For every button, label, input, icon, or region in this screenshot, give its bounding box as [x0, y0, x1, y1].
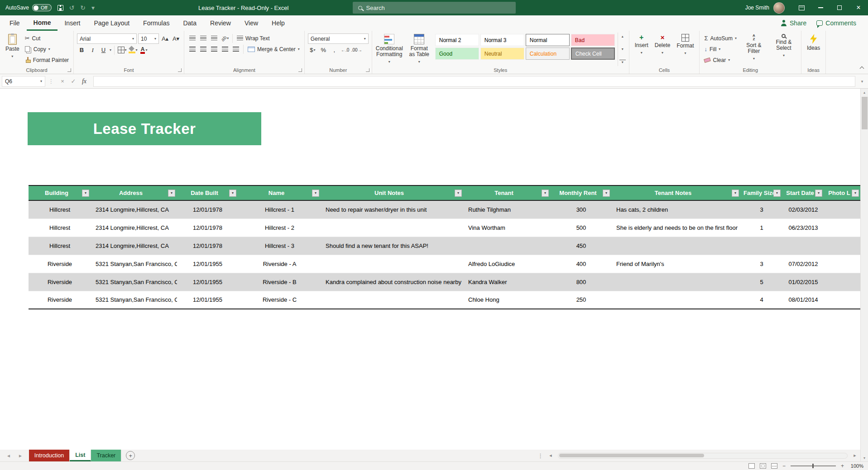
cell[interactable]: 5321 Stanyan,San Francisco, C — [91, 273, 177, 291]
number-format-select[interactable]: General▾ — [308, 33, 369, 44]
cell[interactable]: 12/01/1955 — [177, 291, 238, 309]
previous-sheet-button[interactable]: ◄ — [6, 453, 11, 458]
cell[interactable]: Hillcrest — [29, 200, 91, 218]
filter-button[interactable]: ▾ — [732, 190, 739, 197]
align-right-button[interactable] — [209, 44, 219, 54]
cell[interactable]: Has cats, 2 children — [612, 200, 741, 218]
orientation-button[interactable]: ab▾ — [220, 33, 230, 43]
cell[interactable]: Hillcrest — [29, 218, 91, 237]
cell[interactable]: Riverside — [29, 291, 91, 309]
normal-view-button[interactable] — [748, 463, 755, 469]
cell[interactable]: 07/02/2012 — [782, 255, 824, 273]
format-cells-button[interactable]: Format ▾ — [674, 33, 696, 57]
font-name-select[interactable]: Arial▾ — [77, 33, 137, 44]
cell[interactable]: 250 — [551, 291, 612, 309]
ribbon-tab-file[interactable]: File — [3, 15, 27, 31]
cell[interactable]: Vina Wortham — [464, 218, 551, 237]
sheet-tab-list[interactable]: List — [70, 450, 91, 461]
gallery-up-button[interactable]: ▴ — [619, 34, 626, 38]
ribbon-tab-review[interactable]: Review — [203, 15, 238, 31]
sheet-tab-introduction[interactable]: Introduction — [29, 450, 70, 461]
cell[interactable]: Hillcrest — [29, 237, 91, 255]
cell-style-bad[interactable]: Bad — [571, 34, 615, 46]
ribbon-tab-insert[interactable]: Insert — [58, 15, 87, 31]
cell[interactable]: 12/01/1955 — [177, 255, 238, 273]
decrease-indent-button[interactable] — [220, 44, 230, 54]
enter-button[interactable]: ✓ — [68, 78, 79, 85]
insert-function-button[interactable]: fx — [79, 78, 90, 85]
gallery-down-button[interactable]: ▾ — [619, 47, 626, 51]
undo-button[interactable]: ↺ — [69, 4, 75, 11]
filter-button[interactable]: ▾ — [168, 190, 175, 197]
cell-style-check-cell[interactable]: Check Cell — [571, 47, 615, 60]
cell-style-good[interactable]: Good — [435, 47, 479, 60]
increase-decimal-button[interactable]: ←.0 — [340, 45, 350, 55]
cell[interactable]: Friend of Marilyn's — [612, 255, 741, 273]
cell-style-normal-2[interactable]: Normal 2 — [435, 34, 479, 46]
dialog-launcher-icon[interactable] — [67, 68, 71, 72]
zoom-out-button[interactable]: − — [782, 463, 786, 469]
decrease-font-size-button[interactable]: A▾ — [171, 34, 181, 43]
scroll-left-button[interactable]: ◄ — [547, 453, 554, 458]
cell[interactable]: Need to repair washer/dryer in this unit — [321, 200, 464, 218]
cell[interactable] — [612, 291, 741, 309]
scroll-right-button[interactable]: ► — [851, 453, 858, 458]
cell[interactable]: 2314 Longmire,Hillcrest, CA — [91, 218, 177, 237]
drag-handle-icon[interactable]: ⋮ — [48, 78, 54, 85]
share-button[interactable]: Share — [781, 19, 806, 27]
dialog-launcher-icon[interactable] — [178, 68, 182, 72]
delete-cells-button[interactable]: × Delete ▾ — [652, 33, 673, 57]
cell[interactable]: 1 — [741, 218, 782, 237]
borders-button[interactable]: ▾ — [117, 45, 127, 55]
cell[interactable] — [741, 237, 782, 255]
customize-quick-access-button[interactable]: ▾ — [91, 4, 95, 11]
close-button[interactable]: × — [849, 0, 868, 15]
redo-button[interactable]: ↻ — [80, 4, 86, 11]
italic-button[interactable]: I — [88, 45, 97, 55]
cell-style-calculation[interactable]: Calculation — [526, 47, 570, 60]
scroll-down-button[interactable]: ▾ — [861, 454, 868, 461]
format-as-table-button[interactable]: Format as Table ▾ — [405, 33, 433, 66]
cell[interactable]: Hillcrest - 1 — [238, 200, 321, 218]
cell[interactable]: 5 — [741, 273, 782, 291]
cell[interactable]: Should find a new tenant for this ASAP! — [321, 237, 464, 255]
cell[interactable] — [782, 237, 824, 255]
cell[interactable] — [464, 237, 551, 255]
maximize-button[interactable] — [830, 0, 849, 15]
accounting-format-button[interactable]: $▾ — [308, 45, 317, 55]
font-size-select[interactable]: 10▾ — [138, 33, 159, 44]
cell[interactable]: Riverside — [29, 255, 91, 273]
user-name[interactable]: Joe Smith — [745, 5, 769, 11]
formula-input[interactable] — [93, 76, 855, 87]
filter-button[interactable]: ▾ — [229, 190, 236, 197]
autosave-toggle[interactable]: AutoSave Off — [5, 4, 52, 11]
bold-button[interactable]: B — [77, 45, 86, 55]
cell[interactable]: Kandra Walker — [464, 273, 551, 291]
cell[interactable]: 500 — [551, 218, 612, 237]
cell[interactable]: 5321 Stanyan,San Francisco, C — [91, 291, 177, 309]
horizontal-scrollbar-thumb[interactable] — [559, 454, 704, 457]
autosum-button[interactable]: ΣAutoSum▾ — [703, 33, 738, 43]
cell[interactable]: 300 — [551, 200, 612, 218]
cell[interactable]: 400 — [551, 255, 612, 273]
percent-style-button[interactable]: % — [319, 45, 328, 55]
cell[interactable]: Hillcrest - 3 — [238, 237, 321, 255]
cell[interactable] — [824, 291, 860, 309]
cell[interactable]: 4 — [741, 291, 782, 309]
conditional-formatting-button[interactable]: Conditional Formatting ▾ — [375, 33, 403, 66]
gallery-more-button[interactable]: ▾ — [619, 60, 626, 64]
underline-button[interactable]: U — [99, 45, 108, 55]
font-color-button[interactable]: A▾ — [139, 45, 149, 55]
sort-filter-button[interactable]: AZ Sort & Filter ▾ — [740, 33, 768, 65]
cell[interactable]: 2314 Longmire,Hillcrest, CA — [91, 237, 177, 255]
cell[interactable] — [612, 273, 741, 291]
cell[interactable]: Kandra complained about construction noi… — [321, 273, 464, 291]
cell[interactable]: 08/01/2014 — [782, 291, 824, 309]
filter-button[interactable]: ▾ — [82, 190, 89, 197]
fill-color-button[interactable]: ▾ — [128, 45, 138, 55]
increase-font-size-button[interactable]: A▴ — [160, 34, 170, 43]
insert-cells-button[interactable]: + Insert ▾ — [633, 33, 651, 57]
ribbon-display-options-button[interactable] — [792, 0, 811, 15]
cell[interactable]: 3 — [741, 200, 782, 218]
align-center-button[interactable] — [198, 44, 208, 54]
